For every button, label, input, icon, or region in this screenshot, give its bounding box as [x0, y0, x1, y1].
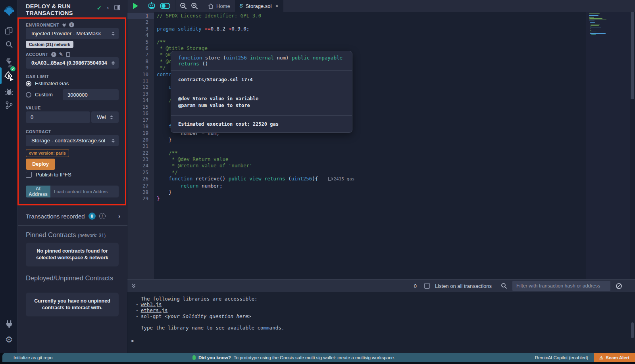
- git-init-button[interactable]: Initialize as git repo: [13, 355, 52, 360]
- edit-account-icon[interactable]: ✎: [59, 52, 64, 57]
- custom-gas-input[interactable]: [63, 89, 119, 100]
- code-line[interactable]: 23 * @dev Return value: [127, 156, 583, 163]
- code-line[interactable]: 4: [127, 32, 583, 38]
- add-account-icon[interactable]: +: [51, 52, 56, 57]
- tab-home[interactable]: Home: [203, 0, 235, 12]
- panel-divider: [18, 225, 127, 226]
- terminal-prompt[interactable]: >: [131, 338, 134, 344]
- git-icon[interactable]: [0, 98, 18, 112]
- at-address-input[interactable]: [50, 186, 119, 197]
- lightbulb-icon: [192, 355, 196, 360]
- terminal-scrollbar[interactable]: [631, 322, 634, 338]
- file-explorer-icon[interactable]: [0, 24, 18, 37]
- custom-gas-option[interactable]: Custom: [26, 92, 53, 98]
- value-unit-select[interactable]: Wei: [91, 111, 119, 123]
- minimap-line: [589, 13, 600, 14]
- line-number: 24: [127, 163, 154, 169]
- tab-storage-sol[interactable]: S Storage.sol ×: [235, 0, 283, 12]
- code-line[interactable]: 24 * @return value of 'number': [127, 163, 583, 169]
- fork-environment-icon[interactable]: [62, 23, 66, 27]
- clear-console-icon[interactable]: [616, 283, 622, 289]
- transaction-filter-input[interactable]: [512, 281, 610, 291]
- custom-gas-text: Custom: [35, 92, 53, 98]
- account-select[interactable]: 0xA03...85ac4 (0.398673504934: [26, 57, 119, 69]
- tab-home-label: Home: [216, 3, 230, 9]
- debugger-icon[interactable]: [0, 85, 18, 98]
- terminal-header: 0 Listen on all transactions: [127, 279, 635, 292]
- scam-alert-button[interactable]: ⚠ Scam Alert: [594, 353, 635, 362]
- code-line[interactable]: 5/**: [127, 39, 583, 45]
- pin-panel-icon[interactable]: [114, 5, 120, 10]
- zoom-out-icon[interactable]: [180, 2, 187, 10]
- warning-icon: ⚠: [599, 355, 603, 360]
- plugin-manager-icon[interactable]: [0, 317, 18, 331]
- deploy-run-icon[interactable]: [0, 69, 18, 84]
- terminal[interactable]: The following libraries are accessible: …: [127, 292, 635, 353]
- editor-scrollbar[interactable]: [631, 12, 634, 99]
- zoom-in-icon[interactable]: [191, 2, 198, 10]
- copilot-toggle[interactable]: [160, 3, 170, 9]
- run-script-play-button[interactable]: [133, 3, 138, 9]
- code-line[interactable]: 22 /**: [127, 150, 583, 156]
- code-line[interactable]: 29}: [127, 195, 583, 202]
- transactions-recorded-row[interactable]: Transactions recorded 0 i ›: [26, 213, 120, 220]
- home-icon: [208, 4, 214, 9]
- compiled-check-icon: ✓: [97, 5, 102, 11]
- minimap-line: [590, 33, 606, 34]
- code-line[interactable]: 3pragma solidity >=0.8.2 <0.9.0;: [127, 26, 583, 32]
- custom-gas-radio[interactable]: [26, 92, 31, 98]
- code-line[interactable]: 26 function retrieve() public view retur…: [127, 176, 583, 182]
- library-link[interactable]: ethers.js: [141, 308, 168, 313]
- line-number: 10: [127, 71, 154, 78]
- deploy-button[interactable]: Deploy: [26, 159, 55, 170]
- settings-gear-icon[interactable]: ⚙: [0, 333, 18, 347]
- minimap[interactable]: [586, 12, 630, 279]
- search-icon[interactable]: [0, 38, 18, 51]
- network-badge: Custom (31) network: [26, 41, 73, 48]
- at-address-button[interactable]: At Address: [26, 186, 50, 197]
- solidity-compiler-icon[interactable]: ✓: [0, 55, 18, 71]
- code-line[interactable]: 25 */: [127, 169, 583, 176]
- line-number: 15: [127, 104, 154, 110]
- transactions-count-badge: 0: [89, 213, 96, 220]
- code-line[interactable]: 28 }: [127, 189, 583, 195]
- collapse-terminal-icon[interactable]: [131, 283, 137, 289]
- publish-ipfs-row[interactable]: Publish to IPFS: [26, 172, 71, 178]
- listen-all-checkbox[interactable]: [424, 283, 430, 289]
- code-line[interactable]: 20 }: [127, 137, 583, 143]
- code-text: }: [154, 137, 172, 143]
- estimated-gas-option[interactable]: Estimated Gas: [26, 80, 69, 86]
- copilot-status[interactable]: RemixAI Copilot (enabled): [535, 355, 588, 360]
- environment-info-icon[interactable]: i: [69, 22, 74, 27]
- select-chevrons-icon: [112, 32, 115, 36]
- terminal-search-icon[interactable]: [501, 283, 507, 289]
- publish-ipfs-checkbox[interactable]: [26, 172, 32, 178]
- copy-account-icon[interactable]: [66, 52, 70, 57]
- code-text: * @dev Return value: [154, 156, 229, 163]
- environment-select[interactable]: Injected Provider - MetaMask: [26, 28, 119, 39]
- value-input[interactable]: [26, 111, 90, 123]
- code-line[interactable]: 21: [127, 143, 583, 149]
- contract-select[interactable]: Storage - contracts/Storage.sol: [26, 135, 119, 146]
- transactions-expand-icon[interactable]: ›: [118, 213, 120, 219]
- line-number: 12: [127, 84, 154, 90]
- terminal-hint-line: Type the library name to see available c…: [141, 325, 635, 331]
- tooltip-doc-line: @param num value to store: [178, 102, 345, 109]
- code-text: [154, 143, 157, 149]
- transactions-info-icon[interactable]: i: [99, 213, 106, 219]
- code-line[interactable]: 2: [127, 19, 583, 25]
- tooltip-location: contracts/Storage.sol 17:4: [171, 70, 352, 89]
- line-number: 26: [127, 176, 154, 182]
- library-link[interactable]: web3.js: [141, 302, 162, 307]
- close-tab-icon[interactable]: ×: [275, 3, 278, 9]
- collapse-panel-icon[interactable]: ›: [107, 5, 109, 11]
- code-line[interactable]: 27 return number;: [127, 183, 583, 189]
- estimated-gas-radio[interactable]: [26, 81, 31, 86]
- remix-logo[interactable]: [0, 2, 18, 20]
- ai-assistant-robot-icon[interactable]: [147, 2, 156, 10]
- evm-version-badge: evm version: paris: [26, 149, 69, 157]
- code-line[interactable]: 1// SPDX-License-Identifier: GPL-3.0: [127, 13, 583, 19]
- panel-title: DEPLOY & RUN TRANSACTIONS: [26, 3, 85, 17]
- fuel-pump-icon: [328, 177, 331, 181]
- line-number: 14: [127, 97, 154, 103]
